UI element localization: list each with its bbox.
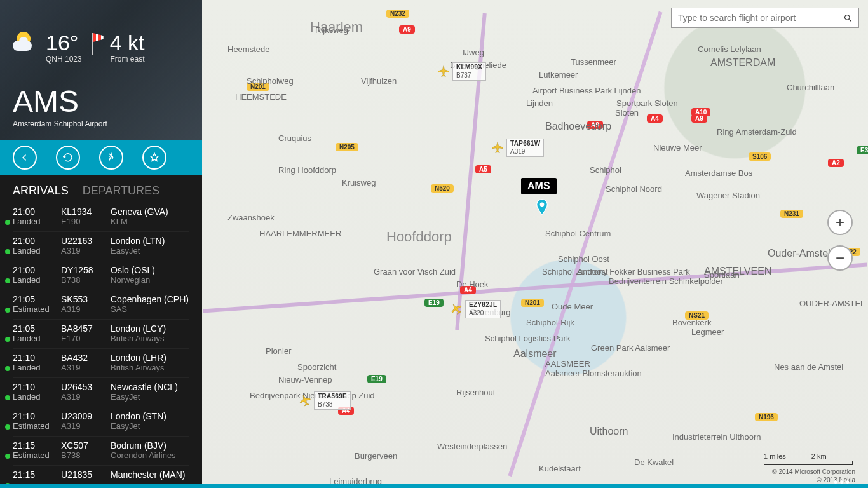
airport-header: 16° QNH 1023 4 kt From east AMS Amsterda…	[0, 0, 202, 140]
map[interactable]: N201N232A9A9N205A5N520A4N201E19E19A4A4A9…	[202, 0, 868, 488]
favorite-button[interactable]	[142, 146, 166, 170]
zoom-out-button[interactable]: −	[827, 245, 853, 271]
aircraft-tag[interactable]: TRA569EB738	[314, 391, 351, 410]
road-shield: E19	[424, 299, 444, 307]
search-input[interactable]	[672, 13, 837, 23]
weather-block: 16° QNH 1023 4 kt From east	[13, 32, 145, 64]
airport-iata: AMS	[13, 86, 107, 117]
road-shield: A10	[691, 108, 710, 116]
road-shield: E35	[857, 146, 868, 154]
road-shield: A2	[828, 159, 844, 167]
search-box[interactable]	[671, 8, 859, 28]
app-bar[interactable]	[0, 484, 868, 488]
flight-row[interactable]: 21:05Estimated SK553A319 Copenhagen (CPH…	[13, 290, 189, 319]
aircraft-icon[interactable]	[437, 65, 450, 78]
tabs: ARRIVALS DEPARTURES	[0, 175, 202, 203]
aircraft-tag[interactable]: TAP661WA319	[506, 139, 544, 157]
tab-arrivals[interactable]: ARRIVALS	[13, 184, 69, 198]
flight-row[interactable]: 21:10Landed BA432A319 London (LHR)Britis…	[13, 348, 189, 377]
airport-title: AMS Amsterdam Schiphol Airport	[13, 86, 107, 128]
road-shield: N231	[780, 210, 803, 218]
weather-icon	[13, 32, 37, 56]
airport-marker-label[interactable]: AMS	[521, 178, 557, 194]
flight-row[interactable]: 21:15Estimated XC507B738 Bodrum (BJV)Cor…	[13, 436, 189, 465]
flight-row[interactable]: 21:00Landed KL1934E190 Geneva (GVA)KLM	[13, 203, 189, 231]
road-shield: A9	[399, 25, 415, 34]
svg-point-0	[540, 203, 545, 207]
temperature: 16°	[46, 32, 82, 53]
windsock-icon	[91, 32, 104, 56]
road-shield: E19	[367, 375, 386, 383]
aircraft-tag[interactable]: KLM99XB737	[452, 62, 486, 81]
back-button[interactable]	[13, 146, 37, 170]
flight-row[interactable]: 21:10Landed U26453A319 Newcastle (NCL)Ea…	[13, 377, 189, 407]
flight-row[interactable]: 21:00Landed DY1258B738 Oslo (OSL)Norwegi…	[13, 261, 189, 290]
road-shield: N520	[431, 184, 454, 193]
zoom-controls: + −	[827, 210, 853, 271]
airport-marker-pin[interactable]	[536, 198, 548, 216]
wind-direction: From east	[110, 55, 145, 64]
tab-departures[interactable]: DEPARTURES	[83, 184, 159, 198]
toolbar	[0, 140, 202, 175]
zoom-in-button[interactable]: +	[827, 210, 853, 235]
road-shield: N201	[247, 83, 269, 91]
map-scale: 1 miles 2 km	[764, 452, 853, 465]
flight-row[interactable]: 21:10Estimated U23009A319 London (STN)Ea…	[13, 407, 189, 436]
qnh: QNH 1023	[46, 55, 82, 64]
road-shield: A4	[647, 114, 663, 123]
road-shield: N205	[336, 143, 358, 151]
search-icon[interactable]	[837, 13, 858, 23]
aircraft-tag[interactable]: EZY82JLA320	[465, 300, 501, 318]
road-shield: N232	[386, 10, 409, 18]
road-shield: NS21	[685, 311, 709, 320]
flight-row[interactable]: 21:05Landed BA8457E170 London (LCY)Briti…	[13, 319, 189, 348]
flight-row[interactable]: 21:00Landed U22163A319 London (LTN)EasyJ…	[13, 231, 189, 261]
airport-name: Amsterdam Schiphol Airport	[13, 119, 107, 128]
aircraft-icon[interactable]	[491, 141, 504, 154]
flight-list[interactable]: 21:00Landed KL1934E190 Geneva (GVA)KLM21…	[0, 203, 202, 488]
refresh-button[interactable]	[56, 146, 80, 170]
pin-button[interactable]	[99, 146, 123, 170]
road-shield: A5	[475, 165, 491, 173]
wind-speed: 4 kt	[110, 32, 145, 53]
road-shield: S106	[749, 152, 771, 161]
road-shield: N201	[521, 299, 544, 307]
road-shield: A9	[587, 121, 603, 129]
svg-point-1	[844, 15, 850, 20]
sidebar: 16° QNH 1023 4 kt From east AMS Amsterda…	[0, 0, 202, 488]
app-bar-more-icon[interactable]: •••	[834, 476, 851, 488]
road-shield: A4	[460, 286, 476, 294]
road-shield: N196	[755, 413, 778, 421]
